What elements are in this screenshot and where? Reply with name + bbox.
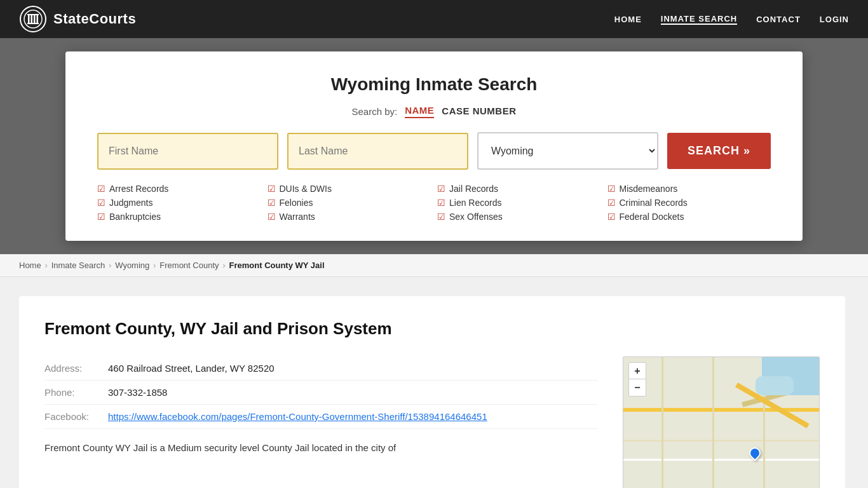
check-icon: ☑ (607, 212, 616, 222)
facebook-label: Facebook: (44, 405, 108, 429)
address-value: 460 Railroad Street, Lander, WY 82520 (108, 356, 597, 381)
facebook-link[interactable]: https://www.facebook.com/pages/Fremont-C… (108, 411, 487, 422)
search-by-label: Search by: (351, 106, 397, 117)
last-name-input[interactable] (287, 133, 468, 170)
svg-point-1 (24, 10, 42, 28)
feature-label: Federal Dockets (620, 212, 684, 222)
feature-label: Sex Offenses (449, 212, 503, 222)
breadcrumb-home[interactable]: Home (19, 261, 41, 270)
feature-federal-dockets: ☑ Federal Dockets (607, 212, 771, 222)
check-icon: ☑ (268, 184, 276, 194)
facebook-row: Facebook: https://www.facebook.com/pages… (44, 405, 597, 429)
feature-duis: ☑ DUIs & DWIs (268, 184, 431, 194)
header: StateCourts HOME INMATE SEARCH CONTACT L… (0, 0, 868, 38)
feature-label: DUIs & DWIs (280, 184, 332, 194)
svg-rect-3 (31, 15, 33, 23)
feature-criminal-records: ☑ Criminal Records (607, 198, 771, 208)
feature-label: Misdemeanors (620, 184, 678, 194)
phone-value: 307-332-1858 (108, 381, 597, 405)
feature-jail-records: ☑ Jail Records (437, 184, 601, 194)
state-select[interactable]: Wyoming Alabama Alaska Arizona (477, 132, 658, 170)
nav-inmate-search[interactable]: INMATE SEARCH (661, 14, 737, 25)
breadcrumb-sep-1: › (45, 261, 48, 270)
breadcrumb: Home › Inmate Search › Wyoming › Fremont… (0, 254, 868, 277)
check-icon: ☑ (268, 198, 276, 208)
check-icon: ☑ (268, 212, 276, 222)
feature-label: Jail Records (449, 184, 498, 194)
tab-case-number[interactable]: CASE NUMBER (442, 105, 516, 118)
check-icon: ☑ (97, 212, 105, 222)
content-card: Fremont County, WY Jail and Prison Syste… (19, 296, 845, 488)
feature-label: Criminal Records (620, 198, 688, 208)
map-background (623, 357, 819, 488)
content-main: Address: 460 Railroad Street, Lander, WY… (44, 356, 597, 488)
map-zoom-out-button[interactable]: − (629, 379, 646, 396)
phone-row: Phone: 307-332-1858 (44, 381, 597, 405)
feature-judgments: ☑ Judgments (97, 198, 261, 208)
svg-rect-4 (34, 15, 36, 23)
logo-area: StateCourts (19, 5, 136, 33)
feature-sex-offenses: ☑ Sex Offenses (437, 212, 601, 222)
svg-rect-6 (27, 23, 39, 24)
search-card-title: Wyoming Inmate Search (97, 74, 771, 95)
search-button[interactable]: SEARCH » (667, 133, 771, 169)
breadcrumb-fremont-county[interactable]: Fremont County (159, 261, 219, 270)
feature-label: Bankruptcies (109, 212, 161, 222)
breadcrumb-sep-4: › (223, 261, 226, 270)
facebook-value: https://www.facebook.com/pages/Fremont-C… (108, 405, 597, 429)
breadcrumb-sep-2: › (109, 261, 111, 270)
check-icon: ☑ (97, 198, 105, 208)
search-by-row: Search by: NAME CASE NUMBER (97, 105, 771, 118)
map-marker (749, 447, 762, 464)
phone-label: Phone: (44, 381, 108, 405)
feature-label: Judgments (109, 198, 153, 208)
tab-name[interactable]: NAME (405, 105, 434, 118)
feature-felonies: ☑ Felonies (268, 198, 431, 208)
address-row: Address: 460 Railroad Street, Lander, WY… (44, 356, 597, 381)
content-title: Fremont County, WY Jail and Prison Syste… (44, 319, 820, 339)
feature-misdemeanors: ☑ Misdemeanors (607, 184, 771, 194)
feature-warrants: ☑ Warrants (268, 212, 431, 222)
feature-label: Warrants (280, 212, 315, 222)
map-area: + − (623, 356, 820, 488)
search-inputs-row: Wyoming Alabama Alaska Arizona SEARCH » (97, 132, 771, 170)
check-icon: ☑ (607, 198, 616, 208)
feature-label: Arrest Records (109, 184, 168, 194)
features-grid: ☑ Arrest Records ☑ DUIs & DWIs ☑ Jail Re… (97, 184, 771, 222)
logo-icon (19, 5, 47, 33)
nav-home[interactable]: HOME (614, 15, 642, 24)
map-controls: + − (628, 362, 646, 396)
logo-text: StateCourts (53, 11, 136, 27)
check-icon: ☑ (437, 184, 445, 194)
svg-rect-7 (27, 14, 39, 15)
nav-login[interactable]: LOGIN (820, 15, 849, 24)
first-name-input[interactable] (97, 133, 278, 170)
feature-label: Lien Records (449, 198, 502, 208)
info-table: Address: 460 Railroad Street, Lander, WY… (44, 356, 597, 429)
nav-contact[interactable]: CONTACT (756, 15, 801, 24)
feature-bankruptcies: ☑ Bankruptcies (97, 212, 261, 222)
address-label: Address: (44, 356, 108, 381)
check-icon: ☑ (437, 212, 445, 222)
breadcrumb-sep-3: › (153, 261, 156, 270)
search-card: Wyoming Inmate Search Search by: NAME CA… (65, 51, 803, 241)
svg-rect-2 (28, 15, 30, 23)
content-inner: Address: 460 Railroad Street, Lander, WY… (44, 356, 820, 488)
map-zoom-in-button[interactable]: + (629, 363, 646, 379)
content-area: Fremont County, WY Jail and Prison Syste… (0, 277, 868, 488)
check-icon: ☑ (437, 198, 445, 208)
breadcrumb-wyoming[interactable]: Wyoming (115, 261, 149, 270)
main-nav: HOME INMATE SEARCH CONTACT LOGIN (614, 14, 849, 25)
content-description: Fremont County WY Jail is a Medium secur… (44, 440, 597, 456)
breadcrumb-current: Fremont County WY Jail (229, 261, 325, 270)
feature-label: Felonies (280, 198, 313, 208)
hero-section: COURTHOUSE Wyoming Inmate Search Search … (0, 38, 868, 254)
feature-lien-records: ☑ Lien Records (437, 198, 601, 208)
check-icon: ☑ (607, 184, 616, 194)
svg-rect-5 (37, 15, 39, 23)
check-icon: ☑ (97, 184, 105, 194)
feature-arrest-records: ☑ Arrest Records (97, 184, 261, 194)
breadcrumb-inmate-search[interactable]: Inmate Search (51, 261, 105, 270)
